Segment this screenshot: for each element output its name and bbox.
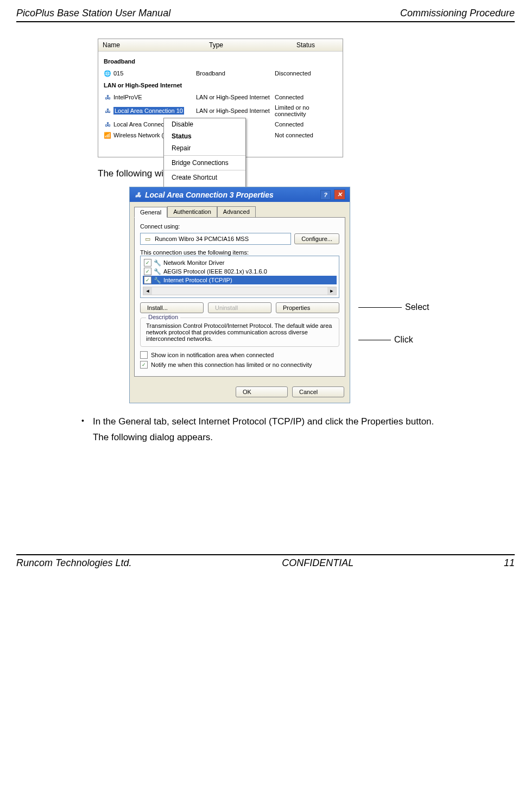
row-015[interactable]: 🌐015 Broadband Disconnected [104, 68, 337, 79]
dialog-titlebar: 🖧 Local Area Connection 3 Properties ? ✕ [130, 187, 350, 202]
body-text-1: The following window appears. [98, 168, 504, 179]
menu-disable[interactable]: Disable [164, 118, 245, 130]
protocol-icon: 🔧 [154, 276, 161, 284]
footer-left: Runcom Technologies Ltd. [16, 557, 131, 569]
tab-advanced[interactable]: Advanced [217, 206, 256, 217]
protocol-icon: 🔧 [154, 259, 161, 267]
row-lac10-name: Local Area Connection 10 [113, 107, 184, 115]
menu-status[interactable]: Status [164, 130, 245, 142]
row-intel-name: IntelProVE [113, 94, 142, 100]
row-wifi-name: Wireless Network ( [113, 132, 163, 138]
menu-repair[interactable]: Repair [164, 142, 245, 154]
callout-click: Click [358, 335, 413, 345]
row-lac10-status: Limited or no connectivity [275, 104, 337, 117]
row-lac10[interactable]: 🖧Local Area Connection 10 LAN or High-Sp… [104, 103, 337, 119]
row-lac10-type: LAN or High-Speed Internet [196, 107, 275, 114]
description-text: Transmission Control Protocol/Internet P… [146, 322, 333, 342]
scroll-left-icon[interactable]: ◄ [143, 287, 152, 295]
lan-icon: 🖧 [104, 107, 111, 115]
footer-center: CONFIDENTIAL [282, 557, 353, 569]
row-intel-type: LAN or High-Speed Internet [196, 94, 275, 100]
ok-button[interactable]: OK [236, 386, 288, 397]
uses-label: This connection uses the following items… [140, 249, 339, 256]
checkbox-icon[interactable] [144, 276, 151, 284]
cancel-button[interactable]: Cancel [292, 386, 344, 397]
menu-sep [164, 170, 245, 170]
install-button[interactable]: Install... [140, 302, 204, 313]
lan-icon: 🖧 [104, 93, 111, 101]
adapter-name: Runcom Wibro 34 PCMCIA16 MSS [155, 236, 249, 242]
header-left: PicoPlus Base Station User Manual [16, 8, 170, 19]
dialog-title: Local Area Connection 3 Properties [145, 191, 274, 199]
menu-sep [164, 155, 245, 156]
wifi-icon: 📶 [104, 131, 111, 139]
group-lan: LAN or High-Speed Internet [104, 82, 337, 88]
description-legend: Description [146, 314, 180, 320]
notify-checkbox[interactable] [140, 361, 148, 369]
properties-button[interactable]: Properties [276, 302, 339, 313]
header-right: Commissioning Procedure [400, 8, 515, 19]
adapter-field: ▭ Runcom Wibro 34 PCMCIA16 MSS [140, 233, 291, 245]
network-connections-pane: Name Type Status Broadband 🌐015 Broadban… [98, 39, 343, 157]
notify-label: Notify me when this connection has limit… [151, 361, 312, 368]
menu-shortcut[interactable]: Create Shortcut [164, 172, 245, 183]
checkbox-icon[interactable] [144, 268, 151, 275]
row-lac-name: Local Area Connec [113, 121, 164, 128]
group-broadband: Broadband [104, 58, 337, 65]
row-lac-status: Connected [275, 121, 337, 128]
row-intel[interactable]: 🖧IntelProVE LAN or High-Speed Internet C… [104, 92, 337, 103]
help-button[interactable]: ? [320, 190, 331, 200]
globe-icon: 🌐 [104, 69, 111, 77]
bullet-icon: • [81, 414, 84, 446]
lan-icon: 🖧 [104, 120, 111, 128]
row-015-status: Disconnected [275, 70, 337, 77]
close-button[interactable]: ✕ [334, 189, 345, 200]
bullet-line1: In the General tab, select Internet Prot… [93, 414, 434, 430]
description-group: Description Transmission Control Protoco… [140, 318, 339, 347]
configure-button[interactable]: Configure... [294, 233, 339, 244]
menu-bridge[interactable]: Bridge Connections [164, 157, 245, 169]
show-icon-checkbox[interactable] [140, 351, 148, 359]
item-nmd[interactable]: 🔧 Network Monitor Driver [143, 258, 337, 267]
item-tcpip-label: Internet Protocol (TCP/IP) [163, 277, 232, 283]
row-015-type: Broadband [196, 70, 275, 77]
callout-select: Select [358, 302, 429, 312]
show-icon-label: Show icon in notification area when conn… [151, 352, 274, 358]
footer-right: 11 [504, 557, 515, 569]
uninstall-button: Uninstall [208, 302, 271, 313]
items-listbox[interactable]: 🔧 Network Monitor Driver 🔧 AEGIS Protoco… [140, 256, 339, 298]
row-intel-status: Connected [275, 94, 337, 100]
properties-dialog: 🖧 Local Area Connection 3 Properties ? ✕… [129, 187, 350, 403]
tabs: General Authentication Advanced [130, 202, 350, 217]
scroll-right-icon[interactable]: ► [327, 287, 336, 295]
item-nmd-label: Network Monitor Driver [163, 259, 224, 266]
callout-click-label: Click [394, 335, 413, 344]
checkbox-icon[interactable] [144, 259, 151, 267]
scrollbar[interactable]: ◄ ► [143, 287, 337, 295]
row-wifi-status: Not connected [275, 132, 337, 138]
connect-using-label: Connect using: [140, 223, 339, 230]
item-aegis-label: AEGIS Protocol (IEEE 802.1x) v3.1.6.0 [163, 268, 267, 275]
lan-icon: 🖧 [134, 191, 142, 199]
col-name[interactable]: Name [98, 39, 205, 51]
nic-icon: ▭ [144, 235, 151, 243]
item-aegis[interactable]: 🔧 AEGIS Protocol (IEEE 802.1x) v3.1.6.0 [143, 267, 337, 276]
item-tcpip[interactable]: 🔧 Internet Protocol (TCP/IP) [143, 276, 337, 284]
col-status[interactable]: Status [292, 39, 343, 51]
tab-general[interactable]: General [134, 207, 167, 218]
callout-select-label: Select [405, 302, 429, 312]
tab-authentication[interactable]: Authentication [167, 206, 217, 217]
protocol-icon: 🔧 [154, 268, 161, 275]
col-type[interactable]: Type [205, 39, 292, 51]
bullet-line2: The following dialog appears. [93, 430, 434, 446]
list-header: Name Type Status [98, 39, 343, 52]
row-015-name: 015 [113, 70, 123, 77]
